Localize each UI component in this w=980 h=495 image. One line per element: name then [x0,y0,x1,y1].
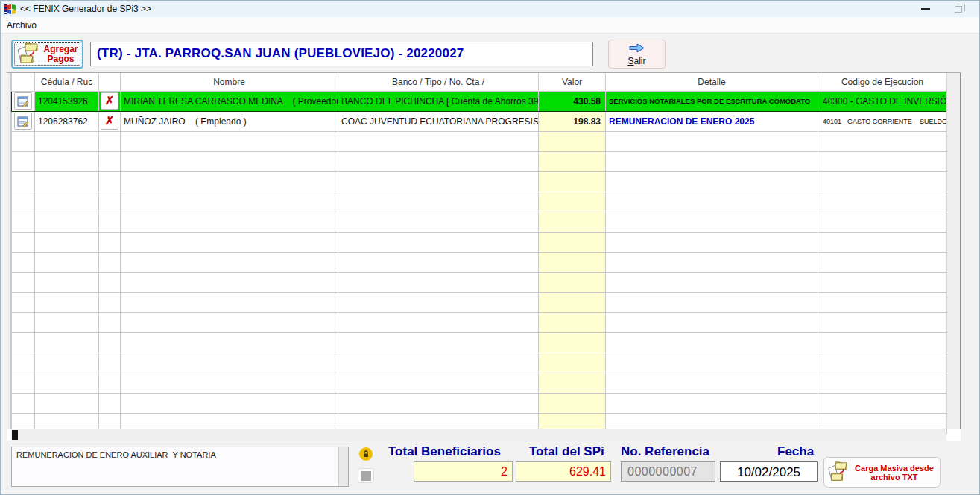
table-header-row: Cédula / Ruc Nombre Banco / Tipo / No. C… [12,73,947,91]
header-codigo[interactable]: Codigo de Ejecucion [818,73,947,91]
edit-cell [12,91,35,111]
cell-detalle[interactable]: SERVICIOS NOTARIALES POR DE ESCRITURA CO… [606,91,818,111]
cell-banco[interactable]: COAC JUVENTUD ECUATORIANA PROGRESISTA LT… [338,111,539,131]
salir-label: Salir [627,56,645,66]
delete-x-icon: ✗ [105,95,115,107]
edit-cell [12,111,35,131]
payments-grid: Cédula / Ruc Nombre Banco / Tipo / No. C… [11,73,947,434]
empty-row [12,393,947,413]
app-window: << FENIX Generador de SPi3 >> Archivo [0,0,980,495]
header-nombre[interactable]: Nombre [121,73,338,91]
delete-row-button[interactable]: ✗ [101,113,118,130]
cell-valor[interactable]: 430.58 [539,91,606,111]
agregar-pagos-label: Agregar Pagos [42,45,79,64]
folder-upload-icon [826,460,849,485]
salir-button[interactable]: Salir [608,40,666,69]
gray-square-button[interactable] [358,468,374,483]
table-row[interactable]: 1206283762 ✗ MUÑOZ JAIRO ( Empleado ) CO… [12,111,947,131]
delete-cell: ✗ [99,111,121,131]
empty-row [12,373,947,393]
delete-row-button[interactable]: ✗ [101,92,118,110]
edit-row-button[interactable] [14,113,32,130]
carga-masiva-button[interactable]: Carga Masiva desde archivo TXT [823,457,941,488]
cell-detalle[interactable]: REMUNERACION DE ENERO 2025 [606,111,818,131]
menubar: Archivo [1,17,979,34]
cell-cedula[interactable]: 1204153926 [35,91,99,111]
menu-archivo[interactable]: Archivo [1,19,42,32]
table-row[interactable]: 1204153926 ✗ MIRIAN TERESA CARRASCO MEDI… [12,91,947,111]
total-beneficiarios-label: Total Beneficiarios [388,444,501,459]
folder-upload-icon [16,41,39,68]
empty-row [12,272,947,292]
total-spi-field: 629.41 [516,461,611,482]
cell-banco[interactable]: BANCO DEL PICHINCHA [ Cuenta de Ahorros … [338,91,539,111]
empty-row [12,252,947,272]
referencia-field: 0000000007 [621,461,715,482]
header-valor[interactable]: Valor [539,73,606,91]
referencia-label: No. Referencia [621,444,709,459]
empty-row [12,232,947,252]
entity-title-field[interactable]: (TR) - JTA. PARROQ.SAN JUAN (PUEBLOVIEJO… [90,42,593,66]
delete-cell: ✗ [99,91,121,111]
total-beneficiarios-field: 2 [414,461,513,482]
empty-row [12,312,947,332]
agregar-pagos-button[interactable]: Agregar Pagos [11,40,83,69]
delete-x-icon: ✗ [105,116,115,127]
app-icon [4,4,16,15]
header-delete [99,73,121,91]
toolbar: Agregar Pagos (TR) - JTA. PARROQ.SAN JUA… [1,34,979,72]
minimize-button[interactable] [909,1,942,17]
empty-row [12,353,947,373]
vertical-scrollbar[interactable] [946,73,961,429]
edit-row-button[interactable] [14,92,32,110]
cell-codigo[interactable]: 40300 - GASTO DE INVERSIÓN [818,91,947,111]
horizontal-scrollbar[interactable] [11,429,946,441]
nota-textarea[interactable]: REMUNERACION DE ENERO AUXILIAR Y NOTARIA [11,447,349,487]
empty-row [12,332,947,353]
cell-codigo[interactable]: 40101 - GASTO CORRIENTE – SUELDOS [818,111,947,131]
edit-form-icon [17,116,29,127]
header-banco[interactable]: Banco / Tipo / No. Cta / [338,73,539,91]
edit-form-icon [17,95,29,107]
nota-scrollbar[interactable] [338,447,348,486]
empty-row [12,212,947,232]
footer-panel: REMUNERACION DE ENERO AUXILIAR Y NOTARIA… [1,441,979,495]
titlebar: << FENIX Generador de SPi3 >> [1,1,979,17]
cell-nombre[interactable]: MIRIAN TERESA CARRASCO MEDINA ( Proveedo… [121,91,338,111]
header-edit [12,73,35,91]
empty-row [12,192,947,212]
header-cedula[interactable]: Cédula / Ruc [35,73,99,91]
exit-arrow-icon [628,42,646,56]
cell-valor[interactable]: 198.83 [539,111,606,131]
horizontal-scrollbar-thumb[interactable] [12,430,18,440]
empty-row [12,171,947,192]
cell-cedula[interactable]: 1206283762 [35,111,99,131]
empty-row [12,292,947,312]
carga-masiva-label: Carga Masiva desde archivo TXT [851,464,938,482]
fecha-field[interactable]: 10/02/2025 [720,461,818,482]
total-spi-label: Total del SPi [529,444,604,459]
fecha-label: Fecha [777,444,814,459]
maximize-button[interactable] [942,1,975,17]
empty-row [12,131,947,151]
payments-table: Cédula / Ruc Nombre Banco / Tipo / No. C… [7,72,961,441]
window-title: << FENIX Generador de SPi3 >> [20,4,151,14]
header-detalle[interactable]: Detalle [606,73,818,91]
cell-nombre[interactable]: MUÑOZ JAIRO ( Empleado ) [121,111,338,131]
lock-icon [359,447,373,461]
empty-row [12,151,947,171]
